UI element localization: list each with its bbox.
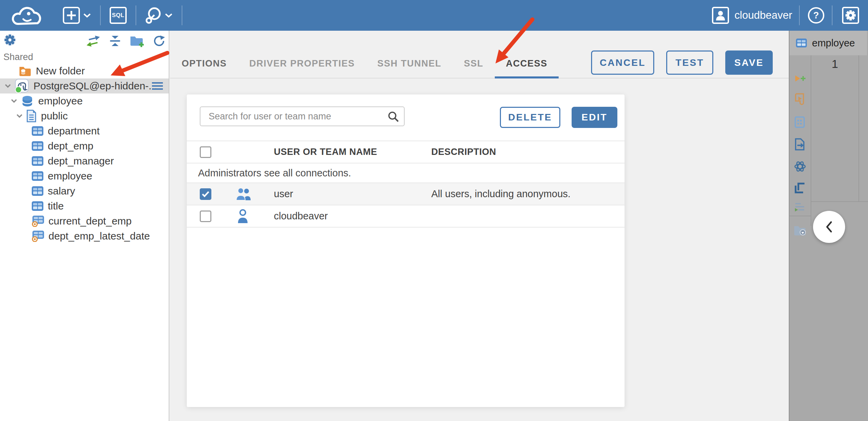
ai-assistant-icon[interactable]: [794, 160, 807, 173]
user-name-label: cloudbeaver: [734, 9, 792, 21]
folder-plus-icon: [130, 35, 144, 47]
panel-divider: [811, 201, 868, 202]
new-connection-button[interactable]: [63, 7, 91, 24]
tree-section-label: Shared: [3, 52, 33, 62]
team-icon: [235, 188, 274, 201]
avatar: [712, 7, 729, 24]
collapse-all-button[interactable]: [109, 35, 121, 48]
help-button[interactable]: ?: [808, 7, 824, 24]
delete-button[interactable]: DELETE: [500, 107, 560, 128]
table-icon: [31, 141, 44, 151]
tab-ssh-tunnel[interactable]: SSH TUNNEL: [366, 58, 453, 78]
tree-item-database-employee[interactable]: employee: [0, 93, 169, 108]
table-row[interactable]: user All users, including anonymous.: [187, 183, 625, 205]
topbar-divider: [100, 5, 101, 25]
tree-item-new-folder[interactable]: New folder: [0, 63, 169, 78]
chevron-left-icon: [825, 221, 833, 233]
tab-driver-properties[interactable]: DRIVER PROPERTIES: [238, 58, 366, 78]
collapse-all-icon: [109, 35, 121, 46]
logs-icon[interactable]: [794, 202, 806, 212]
table-icon: [31, 171, 44, 181]
refresh-icon: [153, 35, 165, 47]
row-checkbox[interactable]: [200, 210, 211, 222]
expand-panel-button[interactable]: [813, 211, 845, 243]
connection-menu-button[interactable]: [152, 82, 163, 93]
cancel-button[interactable]: CANCEL: [591, 50, 654, 75]
navigation-tree-panel: Shared New folder: [0, 31, 169, 421]
save-button[interactable]: SAVE: [725, 50, 773, 75]
tree-item-label: dept_manager: [48, 155, 114, 167]
tree-item-label: salary: [48, 185, 75, 197]
sync-with-editor-button[interactable]: [86, 35, 100, 48]
gear-icon: [4, 34, 16, 46]
row-number-cell: 1: [811, 57, 858, 71]
tree-item-table-salary[interactable]: salary: [0, 184, 169, 199]
row-name: user: [274, 188, 431, 200]
connection-editor: OPTIONS DRIVER PROPERTIES SSH TUNNEL SSL…: [170, 31, 789, 421]
chevron-down-icon[interactable]: [16, 114, 23, 118]
tab-ssl[interactable]: SSL: [453, 58, 495, 78]
tree-settings-button[interactable]: [4, 34, 16, 47]
tab-label: employee: [812, 38, 855, 49]
navigation-tree: New folder PostgreSQL@ep-hidden-...: [0, 63, 169, 244]
tree-item-label: current_dept_emp: [48, 215, 132, 227]
tree-item-label: public: [41, 110, 68, 122]
table-icon: [31, 126, 44, 136]
panel-divider: [858, 55, 859, 202]
tab-access[interactable]: ACCESS: [495, 58, 559, 78]
export-data-icon[interactable]: [794, 138, 806, 151]
plus-icon: [63, 7, 80, 24]
sql-editor-button[interactable]: SQL: [110, 7, 127, 24]
tree-item-table-title[interactable]: title: [0, 199, 169, 214]
add-folder-button[interactable]: [130, 35, 144, 48]
tree-item-table-employee[interactable]: employee: [0, 169, 169, 184]
add-script-icon[interactable]: [794, 75, 806, 84]
sql-editor-label: SQL: [112, 12, 124, 19]
row-checkbox[interactable]: [200, 188, 211, 200]
grid-view-icon[interactable]: [794, 116, 806, 129]
app-logo[interactable]: [8, 3, 44, 28]
test-button[interactable]: TEST: [666, 50, 713, 75]
search-input[interactable]: [200, 106, 405, 126]
table-row[interactable]: cloudbeaver: [187, 205, 625, 228]
value-panel-icon[interactable]: [794, 182, 806, 194]
tab-options[interactable]: OPTIONS: [170, 58, 238, 78]
tree-item-postgresql-connection[interactable]: PostgreSQL@ep-hidden-...: [0, 78, 169, 93]
tree-item-label: PostgreSQL@ep-hidden-...: [33, 80, 157, 92]
chevron-down-icon[interactable]: [10, 99, 18, 103]
table-icon: [796, 38, 807, 48]
refresh-button[interactable]: [153, 35, 165, 48]
row-description: All users, including anonymous.: [431, 188, 625, 200]
driver-icon: [144, 6, 162, 24]
save-to-folder-icon[interactable]: [794, 225, 807, 236]
access-table: USER OR TEAM NAME DESCRIPTION Administra…: [187, 141, 625, 228]
tree-item-table-dept-manager[interactable]: dept_manager: [0, 154, 169, 169]
gear-icon: [842, 7, 859, 24]
search-icon: [388, 111, 399, 124]
view-icon: [31, 215, 44, 227]
tree-item-view-current-dept-emp[interactable]: current_dept_emp: [0, 214, 169, 229]
driver-manager-button[interactable]: [144, 6, 173, 24]
view-icon: [31, 230, 44, 242]
execute-script-icon[interactable]: [794, 93, 806, 106]
access-table-header: USER OR TEAM NAME DESCRIPTION: [187, 141, 625, 163]
settings-button[interactable]: [842, 7, 859, 24]
chevron-down-icon[interactable]: [4, 84, 12, 88]
tree-item-label: employee: [38, 95, 83, 107]
tree-item-table-dept-emp[interactable]: dept_emp: [0, 139, 169, 154]
tree-item-schema-public[interactable]: public: [0, 108, 169, 124]
select-all-checkbox[interactable]: [200, 146, 211, 158]
chevron-down-icon: [83, 13, 91, 18]
tree-item-table-department[interactable]: department: [0, 124, 169, 139]
edit-button[interactable]: EDIT: [572, 107, 617, 128]
access-panel: DELETE EDIT USER OR TEAM NAME DESCRIPTIO…: [187, 95, 625, 407]
user-menu[interactable]: cloudbeaver: [712, 7, 792, 24]
tree-item-view-dept-emp-latest-date[interactable]: dept_emp_latest_date: [0, 229, 169, 244]
postgresql-icon: [14, 78, 29, 93]
tab-employee-data[interactable]: employee: [789, 31, 867, 55]
database-icon: [20, 95, 34, 107]
chevron-down-icon: [165, 13, 173, 18]
tree-item-label: dept_emp: [48, 140, 93, 152]
topbar-divider: [799, 5, 800, 25]
table-icon: [31, 156, 44, 166]
